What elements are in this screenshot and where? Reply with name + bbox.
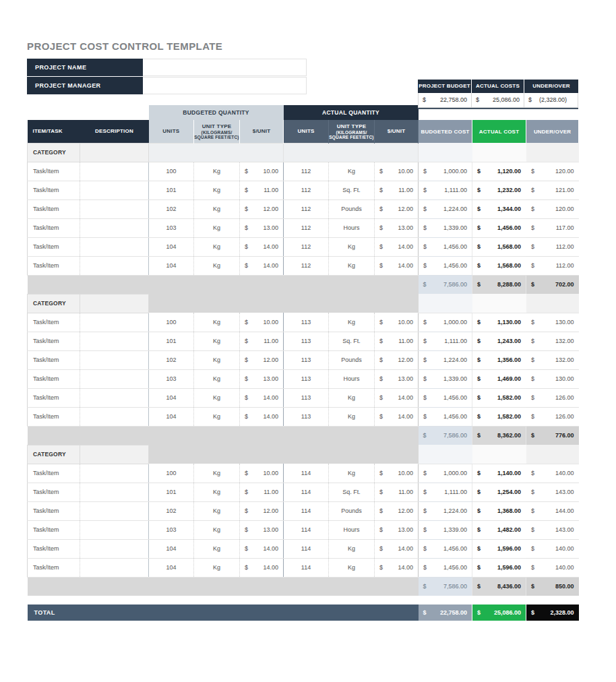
project-manager-input[interactable]	[143, 77, 307, 94]
actual-unit-type-cell[interactable]: Kg	[329, 162, 375, 181]
budgeted-unit-cost-cell[interactable]: $14.00	[240, 388, 284, 407]
actual-unit-type-cell[interactable]: Hours	[329, 520, 375, 539]
actual-unit-cost-cell[interactable]: $14.00	[375, 237, 419, 256]
budgeted-unit-type-cell[interactable]: Kg	[194, 407, 240, 426]
budgeted-units-cell[interactable]: 102	[149, 199, 194, 218]
actual-units-cell[interactable]: 113	[284, 407, 329, 426]
category-description-cell[interactable]	[80, 143, 149, 162]
actual-unit-type-cell[interactable]: Kg	[329, 558, 375, 577]
budgeted-unit-cost-cell[interactable]: $14.00	[240, 407, 284, 426]
actual-unit-type-cell[interactable]: Sq. Ft.	[329, 181, 375, 199]
item-task-cell[interactable]: Task/Item	[28, 558, 80, 577]
item-task-cell[interactable]: Task/Item	[28, 520, 80, 539]
actual-unit-cost-cell[interactable]: $10.00	[375, 313, 419, 332]
item-task-cell[interactable]: Task/Item	[28, 237, 80, 256]
budgeted-unit-cost-cell[interactable]: $14.00	[240, 237, 284, 256]
description-cell[interactable]	[80, 407, 149, 426]
budgeted-unit-cost-cell[interactable]: $12.00	[240, 199, 284, 218]
budgeted-unit-type-cell[interactable]: Kg	[194, 369, 240, 388]
budgeted-units-cell[interactable]: 104	[149, 388, 194, 407]
description-cell[interactable]	[80, 369, 149, 388]
budgeted-unit-type-cell[interactable]: Kg	[194, 332, 240, 350]
actual-unit-cost-cell[interactable]: $14.00	[375, 539, 419, 558]
actual-unit-type-cell[interactable]: Sq. Ft.	[329, 483, 375, 501]
budgeted-unit-type-cell[interactable]: Kg	[194, 558, 240, 577]
actual-units-cell[interactable]: 113	[284, 332, 329, 350]
budgeted-units-cell[interactable]: 104	[149, 558, 194, 577]
budgeted-unit-type-cell[interactable]: Kg	[194, 388, 240, 407]
budgeted-units-cell[interactable]: 100	[149, 313, 194, 332]
budgeted-units-cell[interactable]: 103	[149, 369, 194, 388]
description-cell[interactable]	[80, 237, 149, 256]
actual-unit-cost-cell[interactable]: $12.00	[375, 350, 419, 369]
category-description-cell[interactable]	[80, 445, 149, 464]
budgeted-units-cell[interactable]: 104	[149, 256, 194, 275]
item-task-cell[interactable]: Task/Item	[28, 313, 80, 332]
budgeted-unit-cost-cell[interactable]: $13.00	[240, 369, 284, 388]
actual-unit-type-cell[interactable]: Hours	[329, 369, 375, 388]
actual-unit-type-cell[interactable]: Kg	[329, 256, 375, 275]
budgeted-unit-type-cell[interactable]: Kg	[194, 350, 240, 369]
actual-unit-type-cell[interactable]: Kg	[329, 464, 375, 483]
budgeted-unit-type-cell[interactable]: Kg	[194, 539, 240, 558]
budgeted-units-cell[interactable]: 100	[149, 464, 194, 483]
actual-units-cell[interactable]: 112	[284, 181, 329, 199]
description-cell[interactable]	[80, 199, 149, 218]
budgeted-unit-type-cell[interactable]: Kg	[194, 218, 240, 237]
budgeted-unit-cost-cell[interactable]: $10.00	[240, 162, 284, 181]
description-cell[interactable]	[80, 539, 149, 558]
description-cell[interactable]	[80, 464, 149, 483]
summary-under-over-value[interactable]: $(2,328.00)	[524, 93, 578, 108]
category-cell[interactable]: CATEGORY	[28, 294, 80, 313]
budgeted-unit-type-cell[interactable]: Kg	[194, 483, 240, 501]
budgeted-unit-cost-cell[interactable]: $14.00	[240, 558, 284, 577]
budgeted-unit-type-cell[interactable]: Kg	[194, 464, 240, 483]
actual-units-cell[interactable]: 113	[284, 313, 329, 332]
item-task-cell[interactable]: Task/Item	[28, 332, 80, 350]
actual-unit-cost-cell[interactable]: $14.00	[375, 558, 419, 577]
item-task-cell[interactable]: Task/Item	[28, 181, 80, 199]
budgeted-unit-type-cell[interactable]: Kg	[194, 313, 240, 332]
description-cell[interactable]	[80, 388, 149, 407]
budgeted-unit-type-cell[interactable]: Kg	[194, 237, 240, 256]
actual-unit-type-cell[interactable]: Kg	[329, 237, 375, 256]
item-task-cell[interactable]: Task/Item	[28, 388, 80, 407]
description-cell[interactable]	[80, 483, 149, 501]
budgeted-unit-cost-cell[interactable]: $11.00	[240, 483, 284, 501]
actual-unit-type-cell[interactable]: Kg	[329, 539, 375, 558]
actual-units-cell[interactable]: 113	[284, 388, 329, 407]
actual-unit-type-cell[interactable]: Kg	[329, 313, 375, 332]
actual-unit-type-cell[interactable]: Kg	[329, 388, 375, 407]
item-task-cell[interactable]: Task/Item	[28, 256, 80, 275]
budgeted-units-cell[interactable]: 101	[149, 483, 194, 501]
item-task-cell[interactable]: Task/Item	[28, 464, 80, 483]
budgeted-unit-cost-cell[interactable]: $12.00	[240, 501, 284, 520]
description-cell[interactable]	[80, 218, 149, 237]
actual-unit-cost-cell[interactable]: $12.00	[375, 199, 419, 218]
actual-unit-type-cell[interactable]: Pounds	[329, 350, 375, 369]
actual-unit-type-cell[interactable]: Sq. Ft.	[329, 332, 375, 350]
actual-unit-cost-cell[interactable]: $14.00	[375, 407, 419, 426]
actual-units-cell[interactable]: 114	[284, 520, 329, 539]
category-cell[interactable]: CATEGORY	[28, 445, 80, 464]
actual-unit-cost-cell[interactable]: $11.00	[375, 332, 419, 350]
item-task-cell[interactable]: Task/Item	[28, 199, 80, 218]
category-cell[interactable]: CATEGORY	[28, 143, 80, 162]
description-cell[interactable]	[80, 350, 149, 369]
description-cell[interactable]	[80, 181, 149, 199]
item-task-cell[interactable]: Task/Item	[28, 483, 80, 501]
actual-units-cell[interactable]: 112	[284, 199, 329, 218]
budgeted-unit-cost-cell[interactable]: $12.00	[240, 350, 284, 369]
actual-units-cell[interactable]: 112	[284, 218, 329, 237]
budgeted-unit-cost-cell[interactable]: $10.00	[240, 464, 284, 483]
budgeted-unit-cost-cell[interactable]: $14.00	[240, 256, 284, 275]
actual-unit-cost-cell[interactable]: $10.00	[375, 464, 419, 483]
actual-units-cell[interactable]: 114	[284, 558, 329, 577]
item-task-cell[interactable]: Task/Item	[28, 539, 80, 558]
budgeted-units-cell[interactable]: 104	[149, 539, 194, 558]
description-cell[interactable]	[80, 332, 149, 350]
actual-unit-type-cell[interactable]: Pounds	[329, 199, 375, 218]
actual-units-cell[interactable]: 112	[284, 162, 329, 181]
budgeted-units-cell[interactable]: 101	[149, 181, 194, 199]
item-task-cell[interactable]: Task/Item	[28, 407, 80, 426]
